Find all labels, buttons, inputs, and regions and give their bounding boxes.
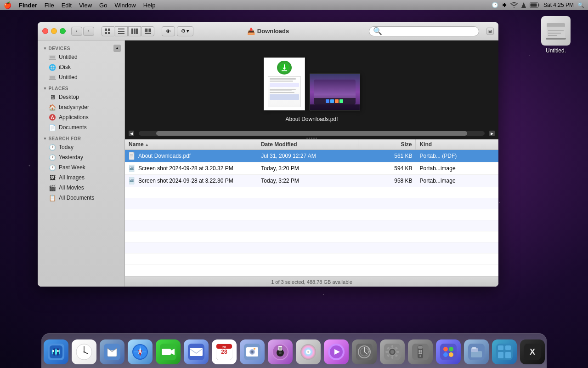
menubar-window[interactable]: Window bbox=[111, 0, 139, 10]
search-input[interactable] bbox=[384, 28, 475, 34]
svg-point-45 bbox=[130, 167, 131, 168]
preview-area: About Downloads.pdf ◀ ▶ bbox=[125, 40, 498, 139]
dock-item-files[interactable] bbox=[463, 338, 490, 364]
file-name: About Downloads.pdf bbox=[138, 153, 191, 159]
sidebar-item-idisk[interactable]: 🌐 iDisk bbox=[40, 62, 123, 72]
dock-item-ical[interactable]: 28 28 bbox=[211, 338, 237, 364]
dock-item-facetime[interactable] bbox=[155, 338, 181, 364]
finder-window: ‹ › bbox=[38, 22, 498, 287]
dock-item-app[interactable]: X bbox=[519, 338, 546, 364]
action-menu-button[interactable]: ⚙ ▾ bbox=[177, 26, 193, 36]
preview-content: About Downloads.pdf bbox=[264, 58, 360, 122]
column-header-kind[interactable]: Kind bbox=[416, 139, 498, 150]
sidebar-item-untitled-2[interactable]: Untitled bbox=[40, 72, 123, 82]
ical-dock-icon: 28 28 bbox=[212, 339, 237, 364]
sidebar-item-all-images[interactable]: 🖼 All Images bbox=[40, 172, 123, 183]
apple-menu[interactable]: 🍎 bbox=[4, 1, 11, 9]
sidebar-item-applications[interactable]: A Applications bbox=[40, 112, 123, 122]
dock-item-spaces[interactable] bbox=[491, 338, 518, 364]
pdf-text-lines bbox=[270, 78, 299, 100]
itunes-dock-icon bbox=[268, 339, 293, 364]
menubar-go[interactable]: Go bbox=[96, 0, 111, 10]
sidebar-item-documents[interactable]: 📄 Documents bbox=[40, 122, 123, 132]
desktop-untitled-icon[interactable]: Untitled. bbox=[537, 16, 574, 54]
file-date: Today, 3:20 PM bbox=[261, 165, 299, 172]
untitled-1-label: Untitled bbox=[59, 54, 78, 60]
safari-dock-icon bbox=[128, 339, 153, 364]
minimize-button[interactable] bbox=[51, 28, 57, 34]
preview-scroll-right[interactable]: ▶ bbox=[489, 131, 495, 136]
resize-button[interactable]: ⊟ bbox=[486, 28, 494, 35]
sidebar-item-yesterday[interactable]: 🕐 Yesterday bbox=[40, 152, 123, 162]
icon-view-button[interactable] bbox=[102, 26, 114, 36]
menubar-finder[interactable]: Finder bbox=[15, 0, 41, 10]
dock-item-dvd[interactable] bbox=[295, 338, 322, 364]
cover-flow-button[interactable] bbox=[141, 26, 154, 36]
scroll-up-button[interactable]: ▲ bbox=[113, 45, 121, 52]
documents-icon: 📄 bbox=[49, 124, 56, 131]
mini-dock-icon bbox=[330, 99, 334, 103]
pdf-preview[interactable] bbox=[264, 58, 305, 110]
svg-rect-110 bbox=[391, 356, 393, 359]
maximize-button[interactable] bbox=[60, 28, 66, 34]
column-header-size[interactable]: Size bbox=[358, 139, 416, 150]
table-row[interactable]: Screen shot 2024-09-28 at 3.22.30 PM Tod… bbox=[125, 175, 498, 187]
svg-rect-74 bbox=[190, 348, 203, 356]
sidebar-item-all-documents[interactable]: 📋 All Documents bbox=[40, 193, 123, 203]
clock-dock-icon bbox=[72, 339, 96, 364]
column-header-date[interactable]: Date Modified bbox=[257, 139, 358, 150]
sidebar-item-untitled-1[interactable]: Untitled bbox=[40, 52, 123, 62]
table-row[interactable]: Screen shot 2024-09-28 at 3.20.32 PM Tod… bbox=[125, 162, 498, 175]
time-machine-icon: 🕐 bbox=[492, 2, 498, 8]
svg-rect-15 bbox=[118, 29, 124, 29]
dock-item-itunes[interactable] bbox=[267, 338, 294, 364]
empty-row bbox=[125, 231, 498, 242]
sidebar-search-section: ▼ SEARCH FOR 🕐 Today 🕐 Yesterday 🕐 Past … bbox=[38, 134, 124, 203]
svg-point-56 bbox=[57, 350, 59, 352]
quick-look-button[interactable]: 👁 bbox=[162, 26, 175, 36]
preview-scrollbar[interactable] bbox=[139, 131, 485, 136]
dock-item-clock[interactable] bbox=[71, 338, 97, 364]
sidebar-item-bradysnyder[interactable]: 🏠 bradysnyder bbox=[40, 102, 123, 112]
file-size: 561 KB bbox=[394, 153, 412, 159]
dock-item-finder[interactable] bbox=[43, 338, 69, 364]
svg-rect-53 bbox=[53, 348, 55, 356]
spotlight-icon[interactable]: 🔍 bbox=[577, 2, 584, 8]
menubar-right: 🕐 ✱ bbox=[492, 2, 584, 8]
menubar-file[interactable]: File bbox=[41, 0, 58, 10]
back-button[interactable]: ‹ bbox=[71, 27, 82, 36]
window-body: ▼ DEVICES ▲ Untitled bbox=[38, 40, 498, 287]
status-text: 1 of 3 selected, 488.78 GB available bbox=[271, 279, 352, 285]
untitled-drive-icon bbox=[49, 53, 56, 61]
dock-item-timemachine[interactable] bbox=[351, 338, 378, 364]
svg-rect-2 bbox=[538, 4, 539, 6]
column-header-name[interactable]: Name ▲ bbox=[125, 139, 257, 150]
dock-item-itunes2[interactable] bbox=[323, 338, 350, 364]
dock-item-mail[interactable] bbox=[183, 338, 209, 364]
dock-item-mail-eagle[interactable] bbox=[99, 338, 125, 364]
sidebar-item-desktop[interactable]: 🖥 Desktop bbox=[40, 92, 123, 102]
preview-scroll-left[interactable]: ◀ bbox=[129, 131, 134, 136]
svg-point-48 bbox=[130, 179, 131, 180]
dock-item-iphoto[interactable] bbox=[239, 338, 266, 364]
column-view-button[interactable] bbox=[128, 26, 141, 36]
sidebar-item-all-movies[interactable]: 🎬 All Movies bbox=[40, 183, 123, 193]
dock-item-launchpad[interactable] bbox=[435, 338, 462, 364]
dock-item-remote[interactable] bbox=[407, 338, 434, 364]
menubar-view[interactable]: View bbox=[75, 0, 96, 10]
dock-item-safari[interactable] bbox=[127, 338, 153, 364]
close-button[interactable] bbox=[42, 28, 48, 34]
sidebar-item-today[interactable]: 🕐 Today bbox=[40, 142, 123, 152]
sidebar-item-past-week[interactable]: 🕐 Past Week bbox=[40, 162, 123, 172]
menubar-help[interactable]: Help bbox=[140, 0, 159, 10]
svg-point-61 bbox=[83, 351, 85, 353]
search-box[interactable]: 🔍 bbox=[369, 26, 479, 36]
dropdown-arrow-icon: ▾ bbox=[187, 28, 189, 34]
menubar-edit[interactable]: Edit bbox=[58, 0, 75, 10]
list-view-button[interactable] bbox=[115, 26, 128, 36]
dock-item-sysprefs[interactable] bbox=[379, 338, 406, 364]
table-row[interactable]: About Downloads.pdf Jul 31, 2009 12:27 A… bbox=[125, 150, 498, 162]
preview-scrollbar-thumb[interactable] bbox=[156, 131, 468, 136]
svg-rect-27 bbox=[49, 59, 56, 60]
forward-button[interactable]: › bbox=[83, 27, 94, 36]
